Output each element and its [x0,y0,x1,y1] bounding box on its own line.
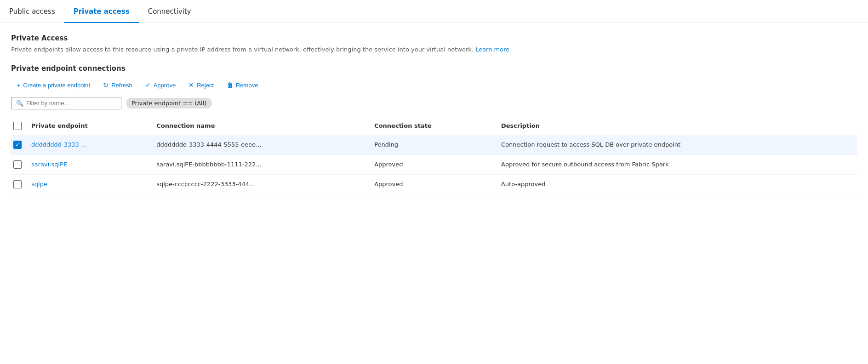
select-all-checkbox[interactable] [13,122,22,130]
filter-input-wrap: 🔍 [11,97,121,109]
remove-icon: 🗑 [227,82,233,88]
private-endpoint-link[interactable]: sqlpe [28,174,153,194]
table-wrap: Private endpoint Connection name Connect… [11,117,857,194]
refresh-icon: ↻ [103,82,108,88]
main-content: Private Access Private endpoints allow a… [0,23,868,205]
row-checkbox-1[interactable] [13,160,22,169]
header-private-endpoint: Private endpoint [28,117,153,135]
search-icon: 🔍 [16,100,23,107]
section-description: Private endpoints allow access to this r… [11,45,857,54]
remove-label: Remove [236,82,258,89]
tab-public-access[interactable]: Public access [9,0,64,23]
section-title: Private Access [11,34,857,42]
remove-button[interactable]: 🗑 Remove [221,79,263,91]
private-endpoint-link[interactable]: dddddddd-3333-... [28,135,153,154]
filter-badge[interactable]: Private endpoint == (All) [126,98,212,108]
description-cell: Approved for secure outbound access from… [497,154,857,174]
refresh-label: Refresh [111,82,132,89]
header-checkbox [11,117,28,135]
private-endpoint-link[interactable]: saravi.sqlPE [28,154,153,174]
description-cell: Auto-approved [497,174,857,194]
create-endpoint-label: Create a private endpoint [23,82,90,89]
row-checkbox-cell [11,174,28,194]
row-checkbox-cell [11,154,28,174]
table-row[interactable]: sqlpesqlpe-cccccccc-2222-3333-444...Appr… [11,174,857,194]
table-row[interactable]: dddddddd-3333-...dddddddd-3333-4444-5555… [11,135,857,154]
connection-name-cell: sqlpe-cccccccc-2222-3333-444... [153,174,371,194]
connection-name-cell: dddddddd-3333-4444-5555-eeee... [153,135,371,154]
tab-private-access[interactable]: Private access [64,0,139,23]
plus-icon: + [17,82,20,88]
connections-table: Private endpoint Connection name Connect… [11,117,857,194]
header-description: Description [497,117,857,135]
refresh-button[interactable]: ↻ Refresh [97,79,138,91]
row-checkbox-cell [11,135,28,154]
approve-icon: ✓ [145,82,151,88]
tab-connectivity[interactable]: Connectivity [139,0,200,23]
connection-state-cell: Approved [371,154,497,174]
reject-icon: ✕ [188,82,194,88]
filter-badge-label: Private endpoint == (All) [131,100,206,107]
approve-label: Approve [154,82,176,89]
header-connection-state: Connection state [371,117,497,135]
create-endpoint-button[interactable]: + Create a private endpoint [11,79,96,91]
approve-button[interactable]: ✓ Approve [140,79,181,91]
reject-label: Reject [197,82,214,89]
table-row[interactable]: saravi.sqlPEsaravi.sqlPE-bbbbbbbb-1111-2… [11,154,857,174]
row-checkbox-2[interactable] [13,180,22,188]
header-connection-name: Connection name [153,117,371,135]
filter-row: 🔍 Private endpoint == (All) [11,97,857,109]
row-checkbox-0[interactable] [13,141,22,149]
table-header: Private endpoint Connection name Connect… [11,117,857,135]
connection-state-cell: Approved [371,174,497,194]
learn-more-link[interactable]: Learn more [475,46,509,53]
table-body: dddddddd-3333-...dddddddd-3333-4444-5555… [11,135,857,194]
section-description-text: Private endpoints allow access to this r… [11,46,475,53]
table-header-row: Private endpoint Connection name Connect… [11,117,857,135]
connection-name-cell: saravi.sqlPE-bbbbbbbb-1111-222... [153,154,371,174]
reject-button[interactable]: ✕ Reject [183,79,219,91]
filter-input[interactable] [26,100,116,107]
subsection-title: Private endpoint connections [11,64,857,73]
tabs-bar: Public accessPrivate accessConnectivity [0,0,868,23]
toolbar: + Create a private endpoint ↻ Refresh ✓ … [11,79,857,91]
description-cell: Connection request to access SQL DB over… [497,135,857,154]
connection-state-cell: Pending [371,135,497,154]
